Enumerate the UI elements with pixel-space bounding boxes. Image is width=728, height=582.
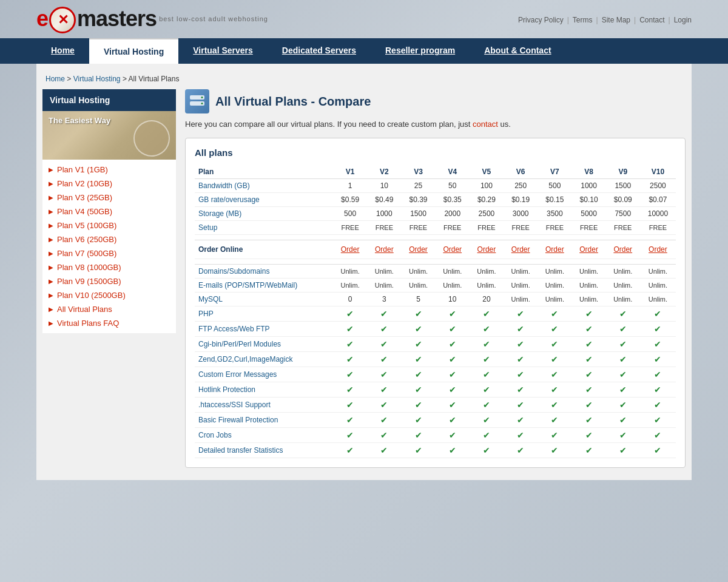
list-item: ▶ Plan V9 (1500GB): [42, 274, 176, 288]
table-row: Cron Jobs ✔✔✔✔✔✔✔✔✔✔: [195, 428, 676, 443]
logo-icon: [49, 7, 76, 33]
list-item: ▶ Plan V10 (2500GB): [42, 288, 176, 302]
list-item: ▶ Virtual Plans FAQ: [42, 316, 176, 330]
page-title: All Virtual Plans - Compare: [215, 95, 371, 109]
order-v6[interactable]: Order: [511, 245, 530, 254]
bullet-icon: ▶: [49, 278, 53, 285]
col-v7: V7: [538, 165, 571, 179]
table-row: Bandwidth (GB) 1102550100250500100015002…: [195, 179, 676, 193]
sidebar-link-v9[interactable]: Plan V9 (1500GB): [57, 277, 121, 286]
sidebar-image-circle: [133, 120, 170, 157]
breadcrumb-home[interactable]: Home: [46, 75, 65, 83]
sidebar-link-faq[interactable]: Virtual Plans FAQ: [57, 319, 119, 328]
sidebar-link-all-plans[interactable]: All Virtual Plans: [57, 305, 112, 314]
login-link[interactable]: Login: [674, 16, 692, 24]
col-v8: V8: [571, 165, 605, 179]
bullet-icon: ▶: [49, 320, 53, 327]
nav-about-contact[interactable]: About & Contact: [470, 38, 565, 64]
order-v4[interactable]: Order: [443, 245, 462, 254]
terms-link[interactable]: Terms: [573, 16, 593, 24]
logo: emasters best low-cost adult webhosting: [36, 6, 268, 33]
order-v1[interactable]: Order: [341, 245, 360, 254]
sidebar-link-v5[interactable]: Plan V5 (100GB): [57, 221, 116, 230]
order-v3[interactable]: Order: [409, 245, 428, 254]
sidebar-title: Virtual Hosting: [42, 89, 176, 111]
sidebar-links: ▶ Plan V1 (1GB) ▶ Plan V2 (10GB) ▶ Plan …: [42, 160, 176, 333]
sidebar-image: The Easiest Way: [42, 111, 176, 160]
nav-virtual-hosting[interactable]: Virtual Hosting: [89, 38, 178, 64]
table-row: Zend,GD2,Curl,ImageMagick ✔✔✔✔✔✔✔✔✔✔: [195, 352, 676, 367]
plans-box: All plans Plan V1 V2 V3 V4 V5 V6: [185, 138, 686, 468]
sidebar-link-v1[interactable]: Plan V1 (1GB): [57, 165, 108, 174]
bullet-icon: ▶: [49, 194, 53, 201]
order-v2[interactable]: Order: [375, 245, 394, 254]
sidebar-link-v8[interactable]: Plan V8 (1000GB): [57, 263, 121, 272]
col-v10: V10: [640, 165, 676, 179]
col-v3: V3: [401, 165, 435, 179]
table-row: Cgi-bin/Perl/Perl Modules ✔✔✔✔✔✔✔✔✔✔: [195, 337, 676, 352]
nav-home[interactable]: Home: [36, 38, 89, 64]
main-nav: Home Virtual Hosting Virtual Servers Ded…: [0, 38, 728, 64]
order-v8[interactable]: Order: [579, 245, 598, 254]
table-row: MySQL 0351020Unlim.Unlim.Unlim.Unlim.Unl…: [195, 293, 676, 306]
logo-e: e: [36, 6, 48, 31]
logo-masters: masters: [77, 6, 157, 31]
sidebar-link-v10[interactable]: Plan V10 (2500GB): [57, 291, 126, 300]
col-plan: Plan: [195, 165, 333, 179]
contact-link[interactable]: contact: [473, 120, 498, 129]
list-item: ▶ Plan V1 (1GB): [42, 163, 176, 177]
list-item: ▶ Plan V8 (1000GB): [42, 260, 176, 274]
breadcrumb-virtual-hosting[interactable]: Virtual Hosting: [73, 75, 121, 83]
table-row: GB rate/overusage $0.59$0.49$0.39$0.35$0…: [195, 193, 676, 207]
order-v9[interactable]: Order: [613, 245, 632, 254]
bullet-icon: ▶: [49, 166, 53, 173]
col-v6: V6: [504, 165, 538, 179]
table-row: Domains/Subdomains Unlim.Unlim.Unlim.Unl…: [195, 265, 676, 279]
sidebar-link-v3[interactable]: Plan V3 (25GB): [57, 193, 112, 202]
sidebar-link-v7[interactable]: Plan V7 (500GB): [57, 249, 116, 258]
nav-reseller-program[interactable]: Reseller program: [371, 38, 470, 64]
top-links: Privacy Policy | Terms | Site Map | Cont…: [518, 16, 692, 24]
order-v7[interactable]: Order: [545, 245, 564, 254]
order-v10[interactable]: Order: [649, 245, 667, 254]
list-item: ▶ Plan V5 (100GB): [42, 218, 176, 232]
content-wrapper: Home > Virtual Hosting > All Virtual Pla…: [36, 64, 692, 480]
table-row: Basic Firewall Protection ✔✔✔✔✔✔✔✔✔✔: [195, 413, 676, 428]
bullet-icon: ▶: [49, 264, 53, 271]
table-row: Storage (MB) 500100015002000250030003500…: [195, 207, 676, 221]
nav-virtual-servers[interactable]: Virtual Servers: [178, 38, 268, 64]
bullet-icon: ▶: [49, 250, 53, 257]
col-v1: V1: [333, 165, 367, 179]
plans-section-title: All plans: [195, 147, 676, 158]
main-content: All Virtual Plans - Compare Here you can…: [185, 89, 686, 468]
bullet-icon: ▶: [49, 180, 53, 187]
bullet-icon: ▶: [49, 292, 53, 299]
table-row: Setup FREEFREEFREEFREEFREEFREEFREEFREEFR…: [195, 221, 676, 235]
table-row: Custom Error Messages ✔✔✔✔✔✔✔✔✔✔: [195, 367, 676, 382]
sidebar-link-v6[interactable]: Plan V6 (250GB): [57, 235, 116, 244]
col-v4: V4: [436, 165, 470, 179]
table-row: PHP ✔✔✔✔✔✔✔✔✔✔: [195, 306, 676, 322]
privacy-policy-link[interactable]: Privacy Policy: [518, 16, 564, 24]
sidebar-link-v2[interactable]: Plan V2 (10GB): [57, 179, 112, 188]
table-row: E-mails (POP/SMTP/WebMail) Unlim.Unlim.U…: [195, 279, 676, 293]
server-icon: [189, 93, 206, 110]
logo-subtitle: best low-cost adult webhosting: [159, 15, 268, 22]
sidebar-link-v4[interactable]: Plan V4 (50GB): [57, 207, 112, 216]
content-body: Virtual Hosting The Easiest Way ▶ Plan V…: [36, 89, 692, 468]
sitemap-link[interactable]: Site Map: [602, 16, 630, 24]
order-v5[interactable]: Order: [477, 245, 496, 254]
list-item: ▶ Plan V2 (10GB): [42, 177, 176, 191]
table-row-separator: [195, 235, 676, 240]
nav-dedicated-servers[interactable]: Dedicated Servers: [268, 38, 371, 64]
table-row: Detailed transfer Statistics ✔✔✔✔✔✔✔✔✔✔: [195, 443, 676, 458]
breadcrumb-current: All Virtual Plans: [129, 75, 180, 83]
col-v2: V2: [367, 165, 401, 179]
svg-point-3: [201, 103, 203, 104]
bullet-icon: ▶: [49, 306, 53, 313]
bullet-icon: ▶: [49, 208, 53, 215]
order-row: Order Online Order Order Order Order Ord…: [195, 240, 676, 259]
svg-point-2: [201, 96, 203, 98]
page-header: All Virtual Plans - Compare: [185, 89, 686, 113]
contact-top-link[interactable]: Contact: [639, 16, 664, 24]
